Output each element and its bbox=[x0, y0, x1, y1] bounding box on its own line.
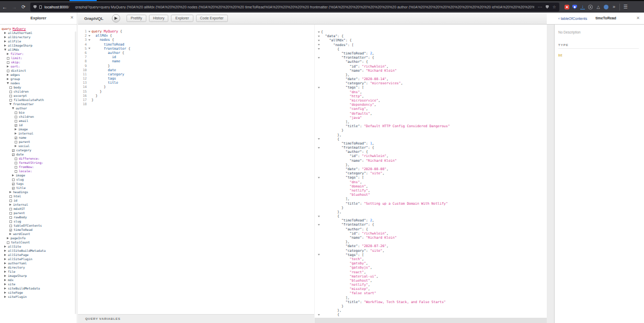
explorer-row[interactable]: slug bbox=[0, 219, 74, 224]
explorer-row[interactable]: children bbox=[0, 115, 74, 119]
query-editor[interactable]: 1query MyQuery {2 allMdx {3 nodes {4 tim… bbox=[78, 25, 314, 314]
explorer-row[interactable]: children bbox=[0, 90, 74, 94]
expand-arrow-icon[interactable] bbox=[7, 78, 9, 80]
checkbox-icon[interactable] bbox=[15, 158, 17, 160]
explorer-row[interactable]: allSiteBuildMetadata bbox=[0, 249, 74, 253]
prettify-button[interactable]: Prettify bbox=[126, 15, 146, 22]
checkbox-icon[interactable] bbox=[9, 220, 12, 223]
url-bar[interactable]: localhost:8000/___graphql?query=query My… bbox=[30, 3, 559, 12]
execute-button[interactable] bbox=[112, 14, 120, 23]
expand-arrow-icon[interactable] bbox=[4, 246, 6, 248]
collapse-arrow-icon[interactable] bbox=[4, 49, 6, 51]
back-icon[interactable]: ← bbox=[0, 4, 9, 10]
expand-arrow-icon[interactable] bbox=[4, 283, 6, 285]
explorer-row[interactable]: allMdx bbox=[0, 48, 74, 52]
expand-arrow-icon[interactable] bbox=[15, 128, 17, 130]
explorer-row[interactable]: sitePlugin bbox=[0, 295, 74, 299]
explorer-row[interactable]: internal bbox=[0, 203, 74, 207]
checkbox-icon[interactable] bbox=[7, 57, 9, 60]
checkbox-icon[interactable] bbox=[7, 70, 9, 72]
expand-arrow-icon[interactable] bbox=[4, 258, 6, 260]
expand-arrow-icon[interactable] bbox=[9, 204, 12, 206]
explorer-row[interactable]: body bbox=[0, 85, 74, 90]
fold-arrow-icon[interactable] bbox=[316, 47, 321, 51]
explorer-row[interactable]: file bbox=[0, 270, 74, 274]
explorer-row[interactable]: timeToRead bbox=[0, 228, 74, 232]
explorer-row[interactable]: totalCount bbox=[0, 240, 74, 244]
explorer-row[interactable]: skip: bbox=[0, 60, 74, 64]
expand-arrow-icon[interactable] bbox=[9, 233, 12, 235]
explorer-row[interactable]: allSitePage bbox=[0, 253, 74, 257]
explorer-row[interactable]: date bbox=[0, 152, 74, 157]
fold-arrow-icon[interactable] bbox=[316, 146, 321, 150]
checkbox-icon[interactable] bbox=[9, 216, 12, 219]
explorer-row[interactable]: directory bbox=[0, 265, 74, 270]
explorer-row[interactable]: site bbox=[0, 282, 74, 286]
fold-arrow-icon[interactable] bbox=[316, 222, 321, 227]
explorer-row[interactable]: name bbox=[0, 136, 74, 140]
doc-panel-resizer[interactable] bbox=[547, 25, 555, 323]
checkbox-icon[interactable] bbox=[9, 91, 12, 93]
explorer-row[interactable]: allFile bbox=[0, 39, 74, 43]
fold-arrow-icon[interactable] bbox=[87, 34, 91, 38]
explorer-row[interactable]: filter: bbox=[0, 52, 74, 56]
collapse-arrow-icon[interactable] bbox=[9, 103, 12, 105]
triangle-extension-icon[interactable]: △ bbox=[596, 5, 601, 9]
menu-icon[interactable]: ☰ bbox=[623, 5, 628, 9]
checkbox-icon[interactable] bbox=[9, 208, 12, 210]
checkbox-icon[interactable] bbox=[15, 120, 17, 122]
shield-extension-icon[interactable] bbox=[572, 5, 577, 9]
explorer-row[interactable]: group bbox=[0, 77, 74, 81]
explorer-row[interactable]: formatString: bbox=[0, 161, 74, 165]
explorer-row[interactable]: social bbox=[0, 144, 74, 148]
explorer-row[interactable]: image bbox=[0, 127, 74, 131]
expand-arrow-icon[interactable] bbox=[4, 250, 6, 252]
query-name[interactable]: MyQuery bbox=[13, 27, 26, 31]
checked-checkbox-icon[interactable] bbox=[12, 149, 15, 152]
explorer-row[interactable]: allAuthorYaml bbox=[0, 31, 74, 35]
explorer-row[interactable]: parent bbox=[0, 140, 74, 144]
fold-arrow-icon[interactable] bbox=[316, 253, 321, 257]
explorer-toggle-button[interactable]: Explorer bbox=[171, 15, 193, 22]
checkbox-icon[interactable] bbox=[9, 99, 12, 102]
expand-arrow-icon[interactable] bbox=[12, 174, 14, 176]
bookmark-star-icon[interactable]: ☆ bbox=[553, 5, 556, 9]
expand-arrow-icon[interactable] bbox=[4, 44, 6, 47]
explorer-row[interactable]: id bbox=[0, 123, 74, 127]
explorer-row[interactable]: nodes bbox=[0, 81, 74, 85]
checkbox-icon[interactable] bbox=[15, 170, 17, 173]
checkbox-icon[interactable] bbox=[9, 195, 12, 198]
expand-arrow-icon[interactable] bbox=[4, 262, 6, 264]
fold-arrow-icon[interactable] bbox=[316, 34, 321, 38]
explorer-row[interactable]: slug bbox=[0, 177, 74, 182]
checkbox-icon[interactable] bbox=[15, 162, 17, 164]
explorer-row[interactable]: headings bbox=[0, 190, 74, 194]
expand-arrow-icon[interactable] bbox=[7, 74, 9, 76]
explorer-row[interactable]: difference: bbox=[0, 157, 74, 161]
explorer-row[interactable]: internal bbox=[0, 131, 74, 136]
collapse-arrow-icon[interactable] bbox=[12, 107, 14, 109]
tracking-shield-icon[interactable] bbox=[33, 5, 37, 9]
expand-arrow-icon[interactable] bbox=[4, 254, 6, 256]
checked-checkbox-icon[interactable] bbox=[12, 183, 15, 185]
explorer-row[interactable]: parent bbox=[0, 211, 74, 215]
fold-arrow-icon[interactable] bbox=[316, 85, 321, 90]
explorer-row[interactable]: email bbox=[0, 119, 74, 123]
checkbox-icon[interactable] bbox=[15, 141, 17, 143]
checkbox-icon[interactable] bbox=[7, 241, 9, 244]
expand-arrow-icon[interactable] bbox=[4, 275, 6, 277]
checked-checkbox-icon[interactable] bbox=[15, 124, 17, 127]
account-circle-icon[interactable] bbox=[588, 5, 593, 9]
explorer-row[interactable]: wordCount bbox=[0, 232, 74, 236]
download-icon[interactable]: ↓ bbox=[580, 4, 585, 9]
explorer-row[interactable]: tableOfContents bbox=[0, 224, 74, 228]
checked-checkbox-icon[interactable] bbox=[9, 229, 12, 231]
explorer-row[interactable]: author bbox=[0, 106, 74, 110]
checkbox-icon[interactable] bbox=[9, 86, 12, 89]
expand-arrow-icon[interactable] bbox=[7, 65, 9, 68]
checkbox-icon[interactable] bbox=[9, 199, 12, 202]
checkbox-icon[interactable] bbox=[15, 116, 17, 118]
doc-type-link[interactable]: Int bbox=[558, 53, 639, 57]
explorer-row[interactable]: frontmatter bbox=[0, 102, 74, 106]
expand-arrow-icon[interactable] bbox=[4, 32, 6, 34]
